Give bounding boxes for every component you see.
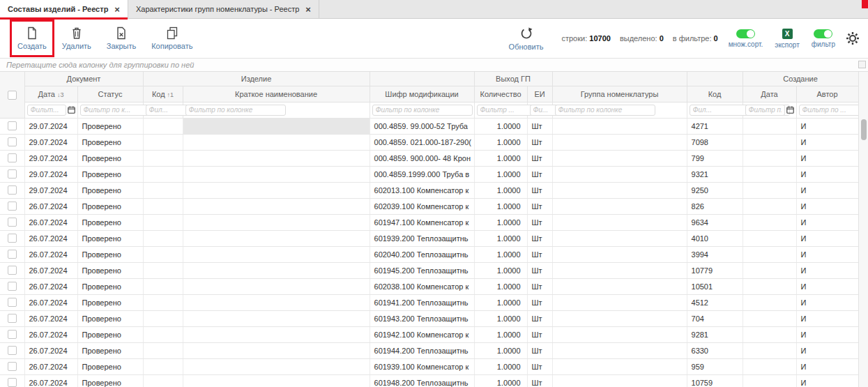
calendar-icon[interactable]: [786, 106, 794, 114]
table-row[interactable]: 26.07.2024 Проверено 601939.200 Теплозащ…: [0, 230, 858, 246]
row-checkbox-cell: [0, 166, 24, 182]
vertical-scrollbar[interactable]: [858, 72, 868, 387]
cell-author: И: [796, 150, 858, 166]
table-row[interactable]: 29.07.2024 Проверено 000.4859. 99.000-52…: [0, 118, 858, 134]
export-button[interactable]: X экспорт: [773, 26, 801, 51]
column-header-nomenclature-group[interactable]: Группа номенклатуры: [552, 86, 687, 102]
select-all-checkbox[interactable]: [8, 91, 17, 100]
cell-short-name: [183, 166, 370, 182]
row-checkbox[interactable]: [8, 153, 17, 162]
tab-product-compositions[interactable]: Составы изделий - Реестр ×: [0, 0, 128, 18]
row-checkbox-cell: [0, 278, 24, 294]
cell-author: И: [796, 374, 858, 387]
table-row[interactable]: 29.07.2024 Проверено 000.4859. 021.000-1…: [0, 134, 858, 150]
row-checkbox[interactable]: [8, 121, 17, 130]
table-row[interactable]: 26.07.2024 Проверено 601943.200 Теплозащ…: [0, 310, 858, 326]
tab-close-icon[interactable]: ×: [305, 5, 311, 14]
settings-gear-icon[interactable]: [846, 31, 860, 45]
row-checkbox[interactable]: [8, 314, 17, 323]
column-header-creation-date[interactable]: Дата: [743, 86, 796, 102]
filter-toggle[interactable]: фильтр: [812, 29, 835, 48]
filter-input-modification-code[interactable]: [372, 105, 473, 116]
filter-input-doc-date[interactable]: [27, 105, 66, 116]
row-checkbox[interactable]: [8, 202, 17, 211]
column-header-quantity[interactable]: Количество: [474, 86, 527, 102]
group-header-creation[interactable]: Создание: [743, 72, 858, 86]
group-header-product[interactable]: Изделие: [143, 72, 370, 86]
row-checkbox[interactable]: [8, 330, 17, 339]
column-header-code[interactable]: Код: [687, 86, 743, 102]
row-checkbox[interactable]: [8, 137, 17, 146]
row-checkbox[interactable]: [8, 378, 17, 387]
column-label: Статус: [98, 90, 123, 98]
multisort-toggle-switch[interactable]: [736, 29, 755, 38]
cell-code: 4512: [687, 294, 743, 310]
cell-code: 4010: [687, 230, 743, 246]
filter-cell-nomenclature-group: [552, 102, 687, 118]
column-header-product-code[interactable]: Код↑1: [143, 86, 183, 102]
table-row[interactable]: 26.07.2024 Проверено 602039.100 Компенса…: [0, 198, 858, 214]
cell-product-code: [143, 134, 183, 150]
filter-input-nomenclature-group[interactable]: [555, 105, 655, 116]
column-header-doc-date[interactable]: Дата↓3: [24, 86, 77, 102]
cell-author: И: [796, 166, 858, 182]
column-header-unit[interactable]: ЕИ: [527, 86, 552, 102]
row-checkbox[interactable]: [8, 234, 17, 243]
row-checkbox[interactable]: [8, 362, 17, 371]
table-row[interactable]: 26.07.2024 Проверено 601941.200 Теплозащ…: [0, 294, 858, 310]
group-header-gp-output[interactable]: Выход ГП: [474, 72, 552, 86]
group-header-document[interactable]: Документ: [24, 72, 143, 86]
row-checkbox[interactable]: [8, 218, 17, 227]
table-row[interactable]: 26.07.2024 Проверено 601942.100 Компенса…: [0, 326, 858, 342]
table-row[interactable]: 26.07.2024 Проверено 601947.100 Компенса…: [0, 214, 858, 230]
copy-button[interactable]: Копировать: [144, 24, 200, 52]
scrollbar-thumb[interactable]: [861, 119, 867, 140]
table-row[interactable]: 26.07.2024 Проверено 601939.100 Компенса…: [0, 358, 858, 374]
table-row[interactable]: 26.07.2024 Проверено 601948.200 Теплозащ…: [0, 374, 858, 387]
grouping-dropzone[interactable]: Перетащите сюда колонку для группировки …: [0, 59, 868, 72]
multisort-toggle[interactable]: множ.сорт.: [729, 29, 763, 48]
row-checkbox[interactable]: [8, 169, 17, 179]
refresh-button[interactable]: Обновить: [501, 24, 551, 53]
column-label: Количество: [480, 90, 521, 98]
cell-nomenclature-group: [552, 230, 687, 246]
table-row[interactable]: 26.07.2024 Проверено 602040.200 Теплозащ…: [0, 246, 858, 262]
row-checkbox[interactable]: [8, 266, 17, 275]
delete-button[interactable]: Удалить: [54, 24, 99, 52]
filter-input-creation-date[interactable]: [745, 105, 785, 116]
table-row[interactable]: 26.07.2024 Проверено 601944.200 Теплозащ…: [0, 342, 858, 358]
cell-unit: Шт: [527, 326, 552, 342]
filter-input-short-name[interactable]: [185, 105, 286, 116]
create-button[interactable]: Создать: [10, 24, 54, 52]
column-label: Шифр модификации: [385, 90, 458, 98]
cell-doc-date: 29.07.2024: [24, 182, 77, 198]
row-checkbox[interactable]: [8, 346, 17, 355]
filter-toggle-switch[interactable]: [814, 29, 832, 38]
column-header-status[interactable]: Статус: [77, 86, 143, 102]
filter-row: [0, 102, 858, 118]
table-row[interactable]: 29.07.2024 Проверено 602013.100 Компенса…: [0, 182, 858, 198]
table-row[interactable]: 29.07.2024 Проверено 000.4859. 900.000- …: [0, 150, 858, 166]
table-row[interactable]: 26.07.2024 Проверено 601945.200 Теплозащ…: [0, 262, 858, 278]
cell-creation-date: [743, 230, 796, 246]
column-header-short-name[interactable]: Краткое наименование: [183, 86, 370, 102]
table-row[interactable]: 26.07.2024 Проверено 602038.100 Компенса…: [0, 278, 858, 294]
tab-close-icon[interactable]: ×: [114, 5, 120, 14]
close-button[interactable]: Закрыть: [99, 24, 144, 52]
row-checkbox[interactable]: [8, 185, 17, 195]
calendar-icon[interactable]: [68, 106, 75, 114]
column-chooser-button[interactable]: [858, 61, 866, 68]
cell-product-code: [143, 150, 183, 166]
tab-nomenclature-group-characteristics[interactable]: Характеристики групп номенклатуры - Реес…: [128, 0, 319, 18]
row-checkbox[interactable]: [8, 282, 17, 291]
cell-code: 10779: [687, 262, 743, 278]
cell-code: 6330: [687, 342, 743, 358]
row-checkbox[interactable]: [8, 250, 17, 259]
cell-product-code: [143, 278, 183, 294]
toolbar: Создать Удалить Закрыть: [0, 19, 868, 59]
table-row[interactable]: 29.07.2024 Проверено 000.4859.1999.000 Т…: [0, 166, 858, 182]
row-checkbox[interactable]: [8, 298, 17, 307]
cell-status: Проверено: [77, 166, 143, 182]
column-header-author[interactable]: Автор: [796, 86, 858, 102]
column-header-modification-code[interactable]: Шифр модификации: [370, 86, 474, 102]
